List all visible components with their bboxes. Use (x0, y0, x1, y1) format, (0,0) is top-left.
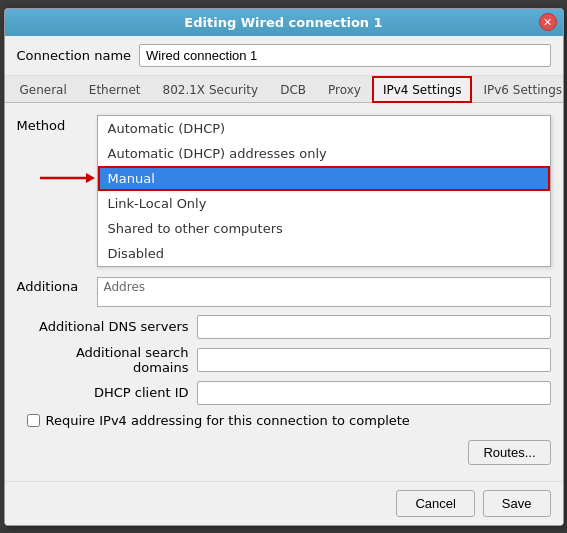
tab-8021x-security[interactable]: 802.1X Security (152, 76, 270, 103)
cancel-button[interactable]: Cancel (396, 490, 474, 517)
dialog-buttons: Cancel Save (5, 481, 563, 525)
addresses-header: Addres (98, 278, 550, 296)
dhcp-client-id-row: DHCP client ID (17, 381, 551, 405)
tab-ipv4-settings[interactable]: IPv4 Settings (372, 76, 473, 103)
dns-servers-row: Additional DNS servers (17, 315, 551, 339)
dns-servers-input[interactable] (197, 315, 551, 339)
method-option-automatic-dhcp[interactable]: Automatic (DHCP) (98, 116, 550, 141)
tab-ethernet[interactable]: Ethernet (78, 76, 152, 103)
save-button[interactable]: Save (483, 490, 551, 517)
tab-dcb[interactable]: DCB (269, 76, 317, 103)
connection-name-row: Connection name (5, 36, 563, 76)
require-ipv4-checkbox[interactable] (27, 414, 40, 427)
tab-proxy[interactable]: Proxy (317, 76, 372, 103)
titlebar: Editing Wired connection 1 ✕ (5, 9, 563, 36)
dns-servers-label: Additional DNS servers (17, 319, 197, 334)
connection-name-input[interactable] (139, 44, 550, 67)
connection-name-label: Connection name (17, 48, 132, 63)
method-dropdown[interactable]: Automatic (DHCP) Automatic (DHCP) addres… (97, 115, 551, 267)
svg-marker-1 (86, 173, 95, 183)
dhcp-client-id-label: DHCP client ID (17, 385, 197, 400)
require-ipv4-label: Require IPv4 addressing for this connect… (46, 413, 410, 428)
additional-label: Additiona (17, 277, 97, 294)
additional-row: Additiona Addres (17, 277, 551, 307)
close-button[interactable]: ✕ (539, 13, 557, 31)
method-option-shared[interactable]: Shared to other computers (98, 216, 550, 241)
search-domains-input[interactable] (197, 348, 551, 372)
dialog: Editing Wired connection 1 ✕ Connection … (4, 8, 564, 526)
tabs-bar: General Ethernet 802.1X Security DCB Pro… (5, 76, 563, 103)
method-option-link-local[interactable]: Link-Local Only (98, 191, 550, 216)
search-domains-label: Additional search domains (17, 345, 197, 375)
tab-general[interactable]: General (9, 76, 78, 103)
method-option-manual[interactable]: Manual (98, 166, 550, 191)
dhcp-client-id-input[interactable] (197, 381, 551, 405)
method-option-automatic-dhcp-only[interactable]: Automatic (DHCP) addresses only (98, 141, 550, 166)
addresses-table: Addres (97, 277, 551, 307)
method-option-disabled[interactable]: Disabled (98, 241, 550, 266)
bottom-section: Routes... (17, 436, 551, 469)
annotation-arrow (40, 171, 95, 185)
search-domains-row: Additional search domains (17, 345, 551, 375)
routes-button[interactable]: Routes... (468, 440, 550, 465)
dialog-title: Editing Wired connection 1 (184, 15, 382, 30)
method-label: Method (17, 115, 97, 133)
require-ipv4-row: Require IPv4 addressing for this connect… (17, 413, 551, 428)
method-dropdown-list: Automatic (DHCP) Automatic (DHCP) addres… (97, 115, 551, 267)
method-row: Method Automatic (DHCP) Automatic (DHCP)… (17, 115, 551, 267)
close-icon: ✕ (543, 16, 552, 29)
main-content: Method Automatic (DHCP) Automatic (DHCP)… (5, 103, 563, 481)
tab-ipv6-settings[interactable]: IPv6 Settings (472, 76, 563, 103)
